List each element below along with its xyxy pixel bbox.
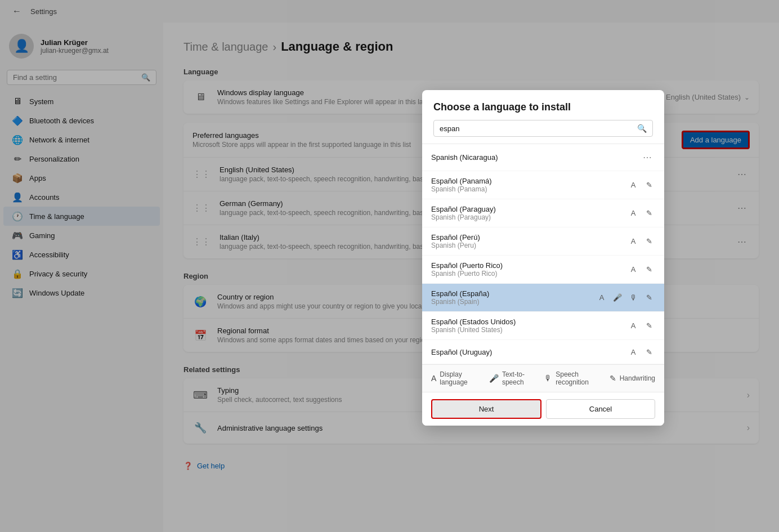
language-list: Spanish (Nicaragua) ⋯ Español (Panamá) S… <box>422 144 664 364</box>
modal-lang-item-es-pa[interactable]: Español (Panamá) Spanish (Panama) A✎ <box>422 171 664 199</box>
lang-badges-es-pa: A✎ <box>627 179 655 191</box>
legend-icon-display language: A <box>431 374 436 383</box>
language-install-modal: Choose a language to install 🔍 Spanish (… <box>422 90 664 426</box>
lang-main-es-pe: Español (Perú) <box>431 233 623 242</box>
lang-badge: A <box>627 179 639 191</box>
cancel-button[interactable]: Cancel <box>546 399 655 419</box>
lang-info-es-pa: Español (Panamá) Spanish (Panama) <box>431 177 623 193</box>
legend-icon-handwriting: ✎ <box>610 374 616 383</box>
legend-icon-text-to-speech: 🎤 <box>489 374 499 383</box>
modal-lang-item-es-ni[interactable]: Spanish (Nicaragua) ⋯ <box>422 144 664 171</box>
modal-lang-item-es-es[interactable]: Español (España) Spanish (Spain) A🎤🎙✎ <box>422 284 664 312</box>
lang-badge: 🎙 <box>627 292 639 304</box>
lang-badge: ✎ <box>643 292 655 304</box>
modal-footer: Next Cancel <box>422 392 664 426</box>
lang-badges-es-py: A✎ <box>627 207 655 220</box>
lang-badges-es-es: A🎤🎙✎ <box>596 292 655 304</box>
lang-badge: ✎ <box>643 263 655 276</box>
lang-main-es-uy: Español (Uruguay) <box>431 348 623 356</box>
legend-item-speech-recognition: 🎙 Speech recognition <box>544 370 600 386</box>
lang-sub-es-pr: Spanish (Puerto Rico) <box>431 270 623 278</box>
lang-main-es-es: Español (España) <box>431 289 591 298</box>
lang-main-es-py: Español (Paraguay) <box>431 205 623 213</box>
lang-badge: ✎ <box>643 235 655 248</box>
lang-info-es-es: Español (España) Spanish (Spain) <box>431 289 591 306</box>
next-button[interactable]: Next <box>431 399 541 419</box>
legend-item-handwriting: ✎ Handwriting <box>610 370 655 386</box>
lang-sub-es-es: Spanish (Spain) <box>431 298 591 306</box>
lang-badge: A <box>596 292 608 304</box>
lang-info-es-py: Español (Paraguay) Spanish (Paraguay) <box>431 205 623 221</box>
legend-row: A Display language 🎤 Text-to-speech 🎙 Sp… <box>422 364 664 392</box>
lang-sub-es-us: Spanish (United States) <box>431 326 623 334</box>
legend-label-text-to-speech: Text-to-speech <box>502 370 535 386</box>
modal-title: Choose a language to install <box>433 101 653 113</box>
legend-label-handwriting: Handwriting <box>620 374 655 382</box>
modal-lang-item-es-py[interactable]: Español (Paraguay) Spanish (Paraguay) A✎ <box>422 199 664 227</box>
lang-badges-es-uy: A✎ <box>627 346 655 358</box>
lang-badge: A <box>627 207 639 220</box>
lang-sub-es-py: Spanish (Paraguay) <box>431 213 623 221</box>
lang-badge: ✎ <box>643 179 655 191</box>
lang-badges-es-us: A✎ <box>627 320 655 332</box>
modal-lang-item-es-uy[interactable]: Español (Uruguay) A✎ <box>422 340 664 364</box>
modal-overlay[interactable]: Choose a language to install 🔍 Spanish (… <box>0 0 779 532</box>
lang-badge: A <box>627 320 639 332</box>
lang-main-es-us: Español (Estados Unidos) <box>431 318 623 326</box>
lang-main-es-pr: Español (Puerto Rico) <box>431 261 623 270</box>
legend-item-display-language: A Display language <box>431 370 480 386</box>
modal-lang-item-es-us[interactable]: Español (Estados Unidos) Spanish (United… <box>422 312 664 340</box>
lang-badges-es-pr: A✎ <box>627 263 655 276</box>
lang-badge: ✎ <box>643 320 655 332</box>
lang-sub-es-pa: Spanish (Panama) <box>431 185 623 193</box>
lang-badges-es-pe: A✎ <box>627 235 655 248</box>
legend-icon-speech recognition: 🎙 <box>544 374 552 383</box>
modal-lang-item-es-pr[interactable]: Español (Puerto Rico) Spanish (Puerto Ri… <box>422 256 664 284</box>
lang-main-es-ni: Spanish (Nicaragua) <box>431 153 630 162</box>
lang-main-es-pa: Español (Panamá) <box>431 177 623 185</box>
modal-search-input[interactable] <box>440 124 633 133</box>
lang-badge: ✎ <box>643 207 655 220</box>
modal-header: Choose a language to install 🔍 <box>422 90 664 144</box>
lang-info-es-uy: Español (Uruguay) <box>431 348 623 356</box>
lang-info-es-pe: Español (Perú) Spanish (Peru) <box>431 233 623 249</box>
modal-search-icon: 🔍 <box>637 124 647 133</box>
lang-info-es-pr: Español (Puerto Rico) Spanish (Puerto Ri… <box>431 261 623 278</box>
modal-search-box[interactable]: 🔍 <box>433 120 653 137</box>
lang-badge: A <box>627 346 639 358</box>
lang-more-es-ni[interactable]: ⋯ <box>639 150 655 165</box>
lang-badge: 🎤 <box>611 292 624 304</box>
lang-info-es-ni: Spanish (Nicaragua) <box>431 153 630 162</box>
legend-item-text-to-speech: 🎤 Text-to-speech <box>489 370 535 386</box>
legend-label-speech recognition: Speech recognition <box>556 370 600 386</box>
lang-info-es-us: Español (Estados Unidos) Spanish (United… <box>431 318 623 334</box>
lang-badge: A <box>627 263 639 276</box>
lang-badge: A <box>627 235 639 248</box>
modal-lang-item-es-pe[interactable]: Español (Perú) Spanish (Peru) A✎ <box>422 227 664 256</box>
lang-sub-es-pe: Spanish (Peru) <box>431 242 623 249</box>
lang-badge: ✎ <box>643 346 655 358</box>
legend-label-display language: Display language <box>440 370 480 386</box>
